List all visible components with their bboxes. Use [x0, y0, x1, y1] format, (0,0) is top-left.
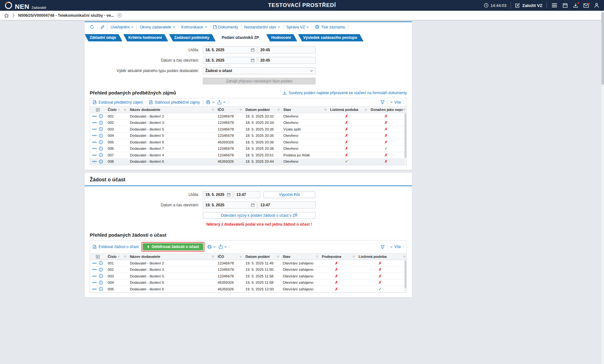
table-row[interactable]: 005Dodavatel - školení 64535932618. 5. 2…	[90, 139, 407, 146]
select-column-header[interactable]	[90, 108, 105, 112]
register-prelim-interest-link[interactable]: Evidovat předběžný zájem	[93, 100, 143, 105]
row-menu-icon[interactable]	[92, 269, 97, 270]
row-menu-icon[interactable]	[92, 141, 97, 143]
edit-record-icon[interactable]	[100, 25, 105, 29]
table-row[interactable]: 007Dodavatel - školení 41234567818. 5. 2…	[90, 152, 407, 159]
back-icon[interactable]	[90, 25, 94, 29]
table-row[interactable]: 001Dodavatel - školení 21234567818. 5. 2…	[90, 113, 407, 120]
row-info-icon[interactable]	[99, 160, 103, 164]
table-row[interactable]: 004Dodavatel - školení 64535932619. 5. 2…	[90, 280, 407, 286]
column-header[interactable]: IČO▽	[215, 108, 243, 112]
table-row[interactable]: 003Dodavatel - školení 51234567819. 5. 2…	[90, 273, 407, 280]
toolbar-item-dokumenty[interactable]: Dokumenty	[213, 25, 238, 29]
column-header[interactable]: IČO▽	[215, 255, 243, 258]
tab-kriteria-hodnoceni[interactable]: Kritéria hodnocení	[123, 34, 168, 41]
column-header[interactable]: Stav▽	[280, 255, 319, 258]
row-menu-icon[interactable]	[92, 262, 97, 264]
table-row[interactable]: 002Dodavatel - školení 31234567818. 5. 2…	[90, 120, 407, 126]
filter-icon[interactable]	[380, 100, 385, 104]
column-header[interactable]: Datum podání▽	[243, 255, 280, 258]
toolbar-item-nestandardni-stav[interactable]: Nestandardní stav	[244, 25, 280, 29]
table-row[interactable]: 005Dodavatel - školení 64535932619. 5. 2…	[90, 286, 407, 293]
row-menu-icon[interactable]	[92, 288, 97, 290]
send-invitation-button[interactable]: Odeslání výzvy k podání žádosti o účast …	[203, 212, 316, 219]
toolbar-item-uverejneni[interactable]: Uveřejnění	[111, 25, 134, 29]
grid-scrollbar[interactable]	[404, 113, 407, 165]
row-info-icon[interactable]	[99, 114, 103, 118]
table-row[interactable]: 006Dodavatel - školení 71234567818. 5. 2…	[90, 146, 407, 152]
deadline-time-field[interactable]: 20:45	[258, 46, 316, 53]
filter-chevron-icon[interactable]: ▽	[240, 255, 242, 258]
row-info-icon[interactable]	[99, 274, 103, 278]
filter-chevron-icon[interactable]: ▽	[403, 255, 405, 258]
request-deadline-time-field[interactable]: 13:47	[234, 191, 260, 198]
row-info-icon[interactable]	[99, 287, 103, 291]
calendar-icon[interactable]	[562, 2, 568, 9]
table-row[interactable]: 001Dodavatel - školení 21234567819. 5. 2…	[90, 260, 407, 267]
tab-zadavaci-podminky[interactable]: Zadávací podmínky	[169, 34, 215, 41]
toolbar-item-ukony-zadavatele[interactable]: Úkony zadavatele	[140, 25, 175, 29]
opening-time-field[interactable]: 20:45	[258, 57, 316, 64]
print-grid-button[interactable]	[207, 245, 216, 249]
calendar-picker-icon[interactable]	[227, 193, 231, 197]
filter-chevron-icon[interactable]: ▽	[124, 255, 126, 258]
toolbar-item-sprava-vz[interactable]: Správa VZ	[286, 25, 309, 29]
filter-chevron-icon[interactable]: ▽	[353, 255, 355, 258]
row-menu-icon[interactable]	[92, 148, 97, 149]
downloads-icon[interactable]	[572, 2, 579, 9]
filter-chevron-icon[interactable]: ▽	[240, 108, 242, 111]
view-all-dropdown[interactable]: Vše	[390, 100, 401, 105]
request-deadline-date-field[interactable]: 19. 5. 2025	[203, 191, 233, 198]
column-header[interactable]: Listinná podoba▽	[356, 255, 407, 258]
filter-icon[interactable]	[380, 245, 385, 249]
submission-files-link[interactable]: Soubory podání najdete připravené ke sta…	[282, 91, 407, 95]
row-info-icon[interactable]	[99, 153, 103, 157]
filter-chevron-icon[interactable]: ▽	[212, 255, 214, 258]
page-scrollbar[interactable]	[601, 11, 604, 364]
row-info-icon[interactable]	[99, 147, 103, 151]
row-menu-icon[interactable]	[92, 128, 97, 130]
filter-chevron-icon[interactable]: ▽	[365, 108, 367, 111]
row-menu-icon[interactable]	[92, 115, 97, 117]
calendar-picker-icon[interactable]	[251, 203, 255, 207]
menu-icon[interactable]	[551, 3, 558, 8]
toolbar-item-komunikace[interactable]: Komunikace	[181, 25, 207, 29]
row-info-icon[interactable]	[99, 121, 103, 125]
table-row[interactable]: 002Dodavatel - školení 31234567819. 5. 2…	[90, 267, 407, 273]
column-header[interactable]: Stav▽	[281, 108, 328, 112]
request-opening-time-field[interactable]: 13:47	[258, 202, 316, 209]
toolbar-item-tisk-zaznamu[interactable]: Tisk záznamu	[315, 25, 345, 29]
messages-icon[interactable]	[583, 3, 589, 8]
row-menu-icon[interactable]	[92, 275, 97, 277]
request-opening-date-field[interactable]: 19. 5. 2025	[203, 202, 257, 209]
column-header[interactable]: Listinná podoba▽	[328, 108, 368, 112]
export-grid-button[interactable]	[217, 100, 226, 105]
column-header[interactable]: Číslo ↑▽	[105, 255, 127, 258]
select-column-header[interactable]	[90, 255, 105, 259]
table-row[interactable]: 003Dodavatel - školení 51234567818. 5. 2…	[90, 126, 407, 133]
home-icon[interactable]	[4, 13, 9, 18]
calendar-picker-icon[interactable]	[251, 48, 255, 52]
column-header[interactable]: Název dodavatele▽	[127, 255, 215, 258]
row-menu-icon[interactable]	[92, 282, 97, 283]
print-grid-button[interactable]	[206, 100, 214, 104]
row-info-icon[interactable]	[99, 268, 103, 272]
row-menu-icon[interactable]	[92, 161, 97, 162]
column-header[interactable]: Označen jako nepodaný▽	[368, 108, 407, 112]
column-header[interactable]: Název dodavatele▽	[127, 108, 215, 112]
row-info-icon[interactable]	[99, 134, 103, 138]
row-info-icon[interactable]	[99, 140, 103, 144]
decrypt-requests-button[interactable]: Odšifrovat žádosti o účast	[143, 243, 203, 250]
deadline-date-field[interactable]: 18. 5. 2025	[203, 46, 257, 53]
row-menu-icon[interactable]	[92, 135, 97, 136]
grid-select-icon[interactable]	[96, 255, 100, 259]
close-record-icon[interactable]	[117, 13, 122, 18]
register-request-link[interactable]: Evidovat žádost o účast	[93, 245, 139, 249]
table-row[interactable]: 008Dodavatel - školení 64535932618. 5. 2…	[90, 159, 407, 165]
start-next-phase-button[interactable]: Zahájit přípravu následující fáze podání	[203, 78, 316, 84]
grid-select-icon[interactable]	[96, 108, 100, 112]
calendar-picker-icon[interactable]	[251, 58, 255, 62]
filter-chevron-icon[interactable]: ▽	[278, 108, 280, 111]
grid-scrollbar[interactable]	[404, 260, 407, 293]
tab-zakladni-udaje[interactable]: Základní údaje	[85, 34, 122, 41]
